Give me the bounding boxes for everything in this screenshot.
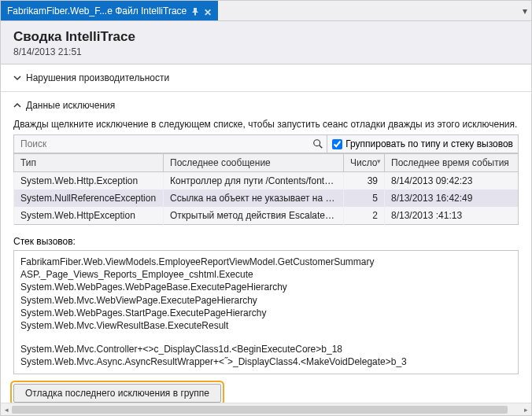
svg-line-1 — [320, 145, 323, 149]
active-tab[interactable]: FabrikamFiber.Web_F...е Файл IntelliTrac… — [1, 1, 218, 20]
tab-label: FabrikamFiber.Web_F...е Файл IntelliTrac… — [7, 6, 187, 17]
group-by-checkbox[interactable] — [332, 139, 342, 149]
pin-icon[interactable] — [191, 7, 199, 15]
page-title: Сводка IntelliTrace — [13, 29, 519, 45]
svg-point-0 — [314, 140, 320, 146]
scroll-left-arrow[interactable]: ◂ — [1, 404, 12, 415]
group-by-label: Группировать по типу и стеку вызовов — [345, 138, 513, 149]
exceptions-table: Тип Последнее сообщение Число▾ Последнее… — [13, 153, 519, 225]
stack-frame: ASP._Page_Views_Reports_Employee_cshtml.… — [20, 268, 512, 281]
col-message[interactable]: Последнее сообщение — [164, 154, 344, 172]
callstack-label: Стек вызовов: — [13, 236, 519, 247]
group-by-checkbox-label[interactable]: Группировать по типу и стеку вызовов — [327, 135, 518, 153]
summary-timestamp: 8/14/2013 21:51 — [13, 46, 519, 57]
col-type[interactable]: Тип — [14, 154, 164, 172]
search-icon[interactable] — [312, 138, 323, 149]
tab-bar: FabrikamFiber.Web_F...е Файл IntelliTrac… — [1, 1, 531, 21]
search-box[interactable] — [14, 135, 327, 153]
exception-data-section: Данные исключения Дважды щелкните исключ… — [1, 92, 531, 403]
callstack-box[interactable]: FabrikamFiber.Web.ViewModels.EmployeeRep… — [13, 250, 519, 374]
search-input[interactable] — [17, 138, 312, 149]
stack-frame: System.Web.Mvc.Async.AsyncResultWrapper+… — [20, 355, 512, 368]
exception-toolbar: Группировать по типу и стеку вызовов — [13, 134, 519, 153]
section-label: Нарушения производительности — [26, 72, 169, 83]
sort-indicator-icon: ▾ — [377, 157, 381, 165]
content-scroll-area[interactable]: Сводка IntelliTrace 8/14/2013 21:51 Нару… — [1, 21, 531, 403]
chevron-down-icon — [13, 74, 21, 82]
scroll-thumb[interactable] — [12, 406, 508, 414]
stack-frame: FabrikamFiber.Web.ViewModels.EmployeeRep… — [20, 256, 512, 268]
exception-data-header[interactable]: Данные исключения — [13, 100, 519, 111]
summary-header: Сводка IntelliTrace 8/14/2013 21:51 — [1, 21, 531, 64]
perf-violations-header[interactable]: Нарушения производительности — [13, 72, 519, 83]
debug-last-exception-button[interactable]: Отладка последнего исключения в группе — [13, 384, 221, 403]
table-row[interactable]: System.Web.Http.Exception Контроллер для… — [14, 172, 519, 190]
stack-frame: System.Web.Mvc.Controller+<>c_DisplayCla… — [20, 343, 512, 355]
stack-frame: System.Web.Mvc.ViewResultBase.ExecuteRes… — [20, 319, 512, 332]
stack-frame: System.Web.Mvc.WebViewPage.ExecutePageHi… — [20, 294, 512, 307]
col-count[interactable]: Число▾ — [344, 154, 385, 172]
stack-frame: System.Web.WebPages.WebPageBase.ExecuteP… — [20, 281, 512, 293]
table-row[interactable]: System.NullReferenceException Ссылка на … — [14, 190, 519, 207]
perf-violations-section: Нарушения производительности — [1, 64, 531, 92]
close-icon[interactable]: ✕ — [204, 7, 212, 15]
chevron-up-icon — [13, 101, 21, 109]
table-row[interactable]: System.Web.HttpException Открытый метод … — [14, 207, 519, 225]
horizontal-scrollbar[interactable]: ◂ ▸ — [1, 403, 531, 415]
scroll-right-arrow[interactable]: ▸ — [520, 404, 531, 415]
table-header-row: Тип Последнее сообщение Число▾ Последнее… — [14, 154, 519, 172]
col-time[interactable]: Последнее время события — [385, 154, 519, 172]
instruction-text: Дважды щелкните исключение в следующем с… — [13, 119, 519, 130]
section-label: Данные исключения — [26, 100, 115, 111]
tab-overflow-dropdown[interactable]: ▾ — [519, 1, 531, 20]
stack-frame: System.Web.WebPages.StartPage.ExecutePag… — [20, 307, 512, 319]
